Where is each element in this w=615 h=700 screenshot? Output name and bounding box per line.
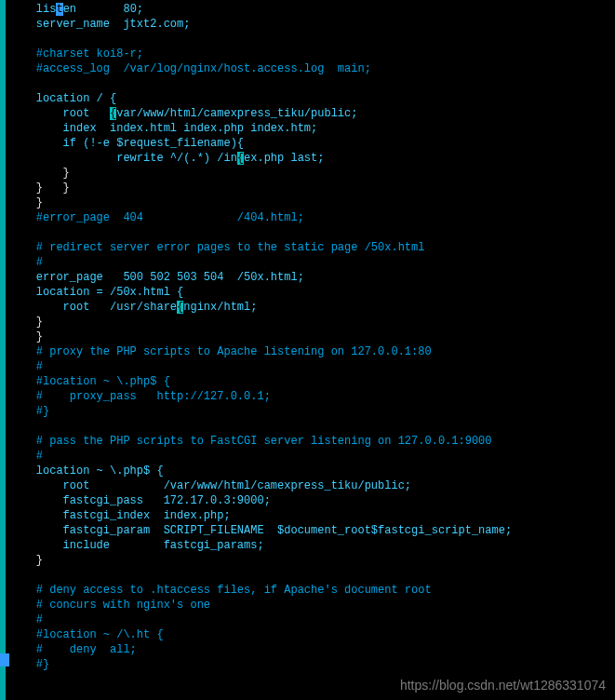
code-line: } [9, 195, 512, 210]
code-line: #} [9, 657, 512, 672]
code-line [9, 32, 512, 47]
watermark-text: https://blog.csdn.net/wt1286331074 [400, 678, 606, 693]
code-line [9, 419, 512, 434]
code-line: } [9, 315, 512, 330]
code-line [9, 568, 512, 583]
editor-gutter [0, 0, 6, 700]
code-line: root /var/www/html/camexpress_tiku/publi… [9, 478, 512, 493]
code-line [9, 76, 512, 91]
code-line: } [9, 330, 512, 344]
code-line: # pass the PHP scripts to FastCGI server… [9, 434, 512, 449]
code-line: error_page 500 502 503 504 /50x.html; [9, 270, 512, 285]
code-line: #location ~ \.php$ { [9, 374, 512, 389]
code-line: location ~ \.php$ { [9, 464, 512, 478]
code-line: listen 80; [9, 2, 512, 17]
code-line: # [9, 612, 512, 627]
code-line: rewrite ^/(.*) /in{ex.php last; [9, 151, 512, 166]
code-line: #error_page 404 /404.html; [9, 210, 512, 225]
code-line: include fastcgi_params; [9, 538, 512, 553]
code-line: #} [9, 404, 512, 419]
code-line: root /usr/share{nginx/html; [9, 300, 512, 315]
nginx-config-code[interactable]: listen 80; server_name jtxt2.com; #chars… [9, 2, 512, 672]
code-line: # deny all; [9, 642, 512, 657]
code-line [9, 225, 512, 240]
cursor-block-bottom [0, 653, 9, 666]
code-line: # concurs with nginx's one [9, 598, 512, 612]
code-line: } [9, 553, 512, 568]
code-line: # proxy the PHP scripts to Apache listen… [9, 344, 512, 359]
code-line: } } [9, 181, 512, 195]
code-line: } [9, 166, 512, 181]
code-line: #location ~ /\.ht { [9, 627, 512, 642]
code-line: fastcgi_index index.php; [9, 508, 512, 523]
code-line: #access_log /var/log/nginx/host.access.l… [9, 61, 512, 76]
code-line: # [9, 449, 512, 464]
code-line: fastcgi_param SCRIPT_FILENAME $document_… [9, 523, 512, 538]
code-line: fastcgi_pass 172.17.0.3:9000; [9, 493, 512, 508]
code-line: location / { [9, 91, 512, 106]
code-line: # redirect server error pages to the sta… [9, 240, 512, 255]
code-line: #charset koi8-r; [9, 47, 512, 61]
code-line: location = /50x.html { [9, 285, 512, 300]
code-line: # deny access to .htaccess files, if Apa… [9, 583, 512, 598]
code-line: index index.html index.php index.htm; [9, 121, 512, 136]
code-line: # [9, 359, 512, 374]
code-line: if (!-e $request_filename){ [9, 136, 512, 151]
code-line: root {var/www/html/camexpress_tiku/publi… [9, 106, 512, 121]
code-line: # [9, 255, 512, 270]
code-line: server_name jtxt2.com; [9, 17, 512, 32]
code-line: # proxy_pass http://127.0.0.1; [9, 389, 512, 404]
